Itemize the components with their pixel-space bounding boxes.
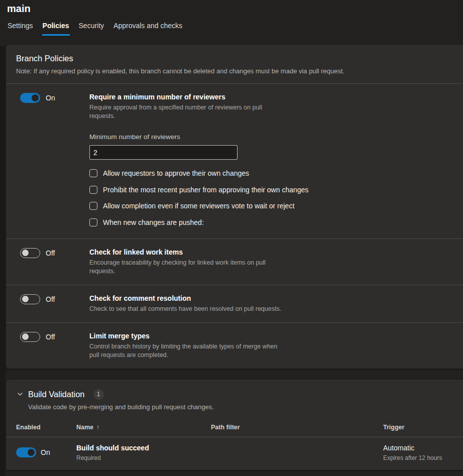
policy-title: Limit merge types — [89, 331, 453, 340]
reviewer-options-list: Allow requestors to approve their own ch… — [89, 169, 453, 226]
checkbox-icon[interactable] — [89, 218, 97, 226]
checkbox-icon[interactable] — [89, 186, 97, 194]
checkbox-label: Prohibit the most recent pusher from app… — [103, 186, 308, 194]
minimum-reviewers-input[interactable] — [89, 145, 238, 160]
toggle-state-label: Off — [46, 333, 55, 341]
sort-ascending-icon: ↑ — [96, 424, 99, 431]
policy-count-badge: 1 — [93, 389, 104, 400]
tab-policies[interactable]: Policies — [42, 22, 70, 36]
column-header-path-filter: Path filter — [211, 424, 383, 431]
checkbox-label: When new changes are pushed: — [103, 218, 204, 226]
checkbox-icon[interactable] — [89, 169, 97, 177]
column-header-trigger: Trigger — [383, 424, 463, 431]
limit-merge-types-toggle[interactable] — [20, 332, 40, 342]
column-header-name-label: Name — [76, 424, 93, 431]
tab-settings[interactable]: Settings — [7, 22, 34, 36]
build-validation-description: Validate code by pre-merging and buildin… — [28, 403, 453, 411]
trigger-detail: Expires after 12 hours — [383, 454, 463, 461]
checkbox-row-when-new-changes-pushed[interactable]: When new changes are pushed: — [89, 218, 453, 226]
branch-name-title: main — [0, 0, 463, 15]
table-row-build-should-succeed: On Build should succeed Required Automat… — [6, 437, 463, 468]
build-should-succeed-toggle[interactable] — [16, 447, 36, 457]
policy-title: Check for linked work items — [89, 248, 453, 257]
policy-description: Control branch history by limiting the a… — [89, 342, 453, 360]
branch-policies-title: Branch Policies — [16, 54, 453, 63]
policy-content: Check for linked work items Encourage tr… — [89, 248, 453, 276]
build-validation-title: Build Validation — [28, 390, 85, 399]
tab-bar: Settings Policies Security Approvals and… — [7, 22, 463, 36]
trigger-value: Automatic — [383, 444, 463, 452]
toggle-group: Off — [20, 332, 89, 342]
column-header-enabled: Enabled — [16, 424, 76, 431]
checkbox-label: Allow requestors to approve their own ch… — [103, 169, 249, 177]
policy-content: Require a minimum number of reviewers Re… — [89, 92, 453, 226]
column-header-name[interactable]: Name ↑ — [76, 424, 211, 431]
policy-row-limit-merge-types: Off Limit merge types Control branch his… — [6, 322, 463, 369]
enabled-cell: On — [16, 447, 76, 457]
checkbox-row-prohibit-pusher[interactable]: Prohibit the most recent pusher from app… — [89, 186, 453, 194]
toggle-state-label: On — [46, 94, 55, 102]
policy-description: Require approval from a specified number… — [89, 103, 453, 121]
toggle-group: Off — [20, 294, 89, 304]
name-cell: Build should succeed Required — [76, 444, 211, 461]
trigger-cell: Automatic Expires after 12 hours — [383, 444, 463, 461]
build-validation-title-row: Build Validation 1 — [17, 389, 453, 400]
tab-approvals-and-checks[interactable]: Approvals and checks — [113, 22, 183, 36]
minimum-reviewers-label: Minimum number of reviewers — [89, 133, 453, 141]
chevron-down-icon[interactable] — [17, 391, 23, 397]
toggle-state-label: Off — [46, 249, 55, 257]
build-validation-header: Build Validation 1 Validate code by pre-… — [6, 380, 463, 418]
toggle-group: Off — [20, 248, 89, 258]
policy-description: Encourage traceability by checking for l… — [89, 259, 453, 276]
toggle-group: On — [20, 93, 89, 103]
policy-row-comment-resolution: Off Check for comment resolution Check t… — [6, 285, 463, 322]
linked-work-items-toggle[interactable] — [20, 248, 40, 258]
policy-row-minimum-reviewers: On Require a minimum number of reviewers… — [6, 83, 463, 239]
policy-table-header: Enabled Name ↑ Path filter Trigger — [6, 418, 463, 437]
policy-title: Check for comment resolution — [89, 294, 453, 303]
tab-security[interactable]: Security — [78, 22, 105, 36]
comment-resolution-toggle[interactable] — [20, 294, 40, 304]
checkbox-row-allow-requestors[interactable]: Allow requestors to approve their own ch… — [89, 169, 453, 177]
policy-row-linked-work-items: Off Check for linked work items Encourag… — [6, 239, 463, 285]
toggle-state-label: On — [41, 448, 50, 456]
minimum-reviewers-toggle[interactable] — [20, 93, 40, 103]
policy-title: Require a minimum number of reviewers — [89, 92, 453, 101]
checkbox-label: Allow completion even if some reviewers … — [103, 202, 294, 210]
policy-name[interactable]: Build should succeed — [76, 444, 211, 452]
policy-content: Check for comment resolution Check to se… — [89, 294, 453, 313]
policy-requirement: Required — [76, 454, 211, 461]
branch-policies-note: Note: If any required policy is enabled,… — [16, 67, 453, 75]
branch-policies-card: Branch Policies Note: If any required po… — [6, 45, 463, 369]
build-validation-card: Build Validation 1 Validate code by pre-… — [6, 380, 463, 470]
policy-content: Limit merge types Control branch history… — [89, 331, 453, 360]
checkbox-row-allow-completion[interactable]: Allow completion even if some reviewers … — [89, 202, 453, 210]
toggle-state-label: Off — [46, 295, 55, 303]
policy-description: Check to see that all comments have been… — [89, 305, 453, 313]
checkbox-icon[interactable] — [89, 202, 97, 210]
branch-policies-header: Branch Policies Note: If any required po… — [6, 45, 463, 83]
page-gutter — [0, 46, 6, 476]
